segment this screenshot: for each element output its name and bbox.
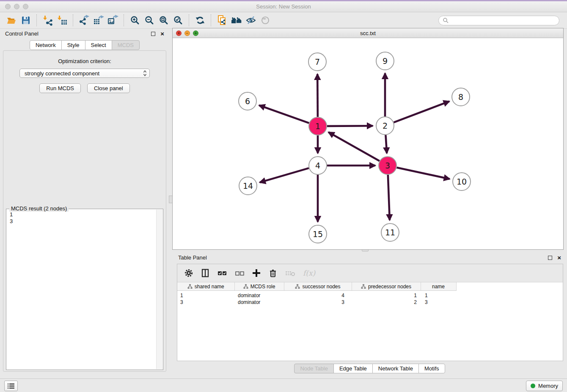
table-cell: 1 xyxy=(177,291,234,299)
hide-graphics-details-button[interactable] xyxy=(244,14,258,27)
tab-edge-table[interactable]: Edge Table xyxy=(333,364,373,373)
zoom-fit-button[interactable] xyxy=(157,14,171,27)
graph-node-label: 14 xyxy=(243,181,253,190)
column-header-successor-nodes[interactable]: successor nodes xyxy=(284,282,352,291)
zoom-out-button[interactable] xyxy=(142,14,157,27)
close-window-button[interactable] xyxy=(5,4,11,9)
graph-edge-1-2[interactable] xyxy=(327,126,373,126)
table-settings-button[interactable] xyxy=(184,268,193,278)
zoom-in-icon xyxy=(129,15,140,26)
memory-button[interactable]: Memory xyxy=(526,381,563,391)
zoom-selected-button[interactable] xyxy=(171,14,185,27)
tab-style[interactable]: Style xyxy=(61,40,85,50)
graph-edge-1-6[interactable] xyxy=(259,105,309,123)
export-table-button[interactable] xyxy=(91,14,106,27)
zoom-in-button[interactable] xyxy=(128,14,142,27)
export-network-icon xyxy=(79,15,90,26)
graph-node-7[interactable]: 7 xyxy=(308,53,326,71)
deselect-all-icon xyxy=(234,268,245,278)
graph-node-8[interactable]: 8 xyxy=(452,88,470,106)
clone-network-button[interactable] xyxy=(215,14,229,27)
maximize-window-button[interactable] xyxy=(23,4,28,9)
export-network-button[interactable] xyxy=(77,14,91,27)
table-row[interactable]: 1dominator411 xyxy=(177,291,456,299)
table-row[interactable]: 3dominator323 xyxy=(177,299,456,306)
tab-select[interactable]: Select xyxy=(85,40,112,50)
save-floppy-icon xyxy=(20,15,31,26)
home-icon xyxy=(231,15,242,26)
trash-icon xyxy=(268,268,278,278)
network-minimize-button[interactable]: − xyxy=(184,30,190,36)
table-panel: Table Panel × xyxy=(172,252,567,377)
show-column-button[interactable] xyxy=(201,268,210,278)
task-history-button[interactable] xyxy=(4,381,18,391)
add-entry-button[interactable] xyxy=(252,268,261,278)
save-session-button[interactable] xyxy=(19,14,33,27)
title-bar: Session: New Session xyxy=(0,1,567,12)
graph-edge-2-3[interactable] xyxy=(385,135,387,153)
graph-edge-3-1[interactable] xyxy=(328,132,380,161)
tab-network[interactable]: Network xyxy=(30,40,62,50)
graph-node-2[interactable]: 2 xyxy=(376,117,394,135)
graph-node-label: 4 xyxy=(315,161,320,170)
graph-node-4[interactable]: 4 xyxy=(309,157,327,174)
graph-node-9[interactable]: 9 xyxy=(376,52,394,70)
column-header-name[interactable]: name xyxy=(421,282,456,291)
graph-node-3[interactable]: 3 xyxy=(379,157,396,174)
graph-node-1[interactable]: 1 xyxy=(309,117,327,135)
run-mcds-button[interactable]: Run MCDS xyxy=(39,83,81,93)
export-image-icon xyxy=(107,15,118,26)
close-panel-button[interactable]: Close panel xyxy=(87,83,130,93)
tab-network-table[interactable]: Network Table xyxy=(372,364,419,373)
graph-edge-2-8[interactable] xyxy=(394,101,449,122)
tab-motifs[interactable]: Motifs xyxy=(418,364,445,373)
show-graphics-details-button[interactable] xyxy=(258,14,272,27)
result-scrollbar[interactable] xyxy=(156,210,162,369)
graph-node-11[interactable]: 11 xyxy=(381,224,399,241)
delete-column-button[interactable] xyxy=(285,268,296,278)
graph-node-6[interactable]: 6 xyxy=(239,92,256,110)
network-maximize-button[interactable]: + xyxy=(193,30,198,36)
function-builder-button[interactable]: f(x) xyxy=(303,269,315,277)
column-header-shared-name[interactable]: shared name xyxy=(177,282,234,291)
search-icon xyxy=(443,17,449,23)
clone-network-icon xyxy=(217,15,228,26)
column-header-predecessor-nodes[interactable]: predecessor nodes xyxy=(352,282,421,291)
graph-edge-1-7[interactable] xyxy=(317,74,318,117)
tab-node-table[interactable]: Node Table xyxy=(294,364,334,373)
import-network-button[interactable] xyxy=(41,14,55,27)
close-panel-icon[interactable]: × xyxy=(557,256,561,260)
table-panel-title: Table Panel xyxy=(178,254,207,261)
graph-node-15[interactable]: 15 xyxy=(309,225,327,243)
table-panel-tabs: Node TableEdge TableNetwork TableMotifs xyxy=(172,364,567,373)
home-button[interactable] xyxy=(229,14,244,27)
network-graph: 1234678910111415 xyxy=(173,38,563,249)
graph-node-10[interactable]: 10 xyxy=(453,173,471,190)
float-panel-icon[interactable] xyxy=(548,256,552,260)
export-image-button[interactable] xyxy=(106,14,120,27)
search-input[interactable] xyxy=(451,17,555,24)
graph-node-14[interactable]: 14 xyxy=(239,177,257,195)
import-table-button[interactable] xyxy=(55,14,69,27)
deselect-all-button[interactable] xyxy=(234,268,245,278)
graph-edge-4-14[interactable] xyxy=(260,168,309,182)
network-close-button[interactable]: × xyxy=(176,30,182,36)
delete-entry-button[interactable] xyxy=(268,268,278,278)
tab-mcds[interactable]: MCDS xyxy=(112,40,140,50)
column-header-mcds-role[interactable]: MCDS role xyxy=(234,282,284,291)
graph-node-label: 2 xyxy=(383,121,388,130)
network-canvas[interactable]: 1234678910111415 xyxy=(173,38,563,249)
gear-icon xyxy=(184,268,193,278)
criterion-select[interactable]: strongly connected component xyxy=(19,69,150,78)
minimize-window-button[interactable] xyxy=(14,4,19,9)
network-view-window: × − + scc.txt 1234678910111415 xyxy=(172,28,564,250)
select-all-button[interactable] xyxy=(217,268,227,278)
control-panel-tabs: NetworkStyleSelectMCDS xyxy=(0,40,169,50)
apply-layout-button[interactable] xyxy=(193,14,207,27)
open-session-button[interactable] xyxy=(4,14,19,27)
float-panel-icon[interactable] xyxy=(151,32,155,36)
graph-edge-3-11[interactable] xyxy=(388,175,390,220)
node-table: shared nameMCDS rolesuccessor nodesprede… xyxy=(177,282,457,306)
close-panel-icon[interactable]: × xyxy=(160,32,164,36)
graph-edge-3-10[interactable] xyxy=(396,168,449,179)
